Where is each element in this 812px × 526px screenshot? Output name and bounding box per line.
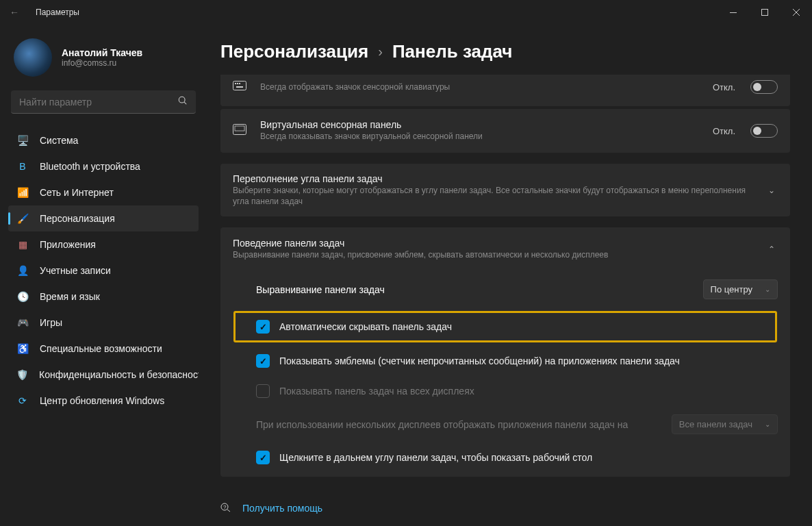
minimize-button[interactable]: [718, 0, 749, 25]
row-touchpad[interactable]: Виртуальная сенсорная панель Всегда пока…: [220, 109, 790, 153]
option-label: Показывать эмблемы (счетчик непрочитанны…: [279, 355, 680, 366]
nav-item-8[interactable]: ♿Специальные возможности: [8, 336, 199, 362]
option-label: Автоматически скрывать панель задач: [279, 321, 452, 332]
search-box[interactable]: [11, 90, 196, 114]
sidebar: Анатолий Ткачев info@comss.ru 🖥️СистемаB…: [0, 25, 207, 526]
user-block[interactable]: Анатолий Ткачев info@comss.ru: [8, 30, 199, 90]
window-title: Параметры: [36, 8, 79, 17]
nav-icon: 🖌️: [16, 212, 29, 225]
row-sub: Выберите значки, которые могут отображат…: [233, 186, 753, 207]
svg-point-2: [179, 97, 185, 103]
nav-icon: ⟳: [16, 394, 29, 407]
option-label: Выравнивание панели задач: [256, 284, 694, 295]
breadcrumb-current: Панель задач: [392, 41, 513, 62]
option-label: Показывать панель задач на всех дисплеях: [279, 386, 474, 397]
dropdown-multi-display: Все панели задач ⌄: [672, 414, 778, 434]
nav-item-1[interactable]: BBluetooth и устройства: [8, 153, 199, 179]
nav-icon: 🛡️: [16, 368, 28, 381]
option-multi-display: При использовании нескольких дисплеев от…: [220, 406, 790, 442]
chevron-down-icon: ⌄: [765, 421, 770, 428]
option-autohide[interactable]: ✓ Автоматически скрывать панель задач: [234, 312, 776, 342]
option-corner-click[interactable]: ✓ Щелкните в дальнем углу панели задач, …: [220, 442, 790, 477]
svg-rect-5: [237, 83, 238, 84]
nav-icon: 👤: [16, 264, 29, 277]
keyboard-icon: [233, 81, 248, 93]
option-label: Щелкните в дальнем углу панели задач, чт…: [279, 452, 592, 463]
nav-label: Игры: [40, 317, 62, 328]
back-button[interactable]: ←: [10, 7, 23, 18]
toggle-touchpad[interactable]: [750, 124, 778, 138]
card-overflow: Переполнение угла панели задач Выберите …: [220, 164, 790, 216]
svg-rect-0: [730, 12, 737, 13]
toggle-touch-keyboard[interactable]: [750, 80, 778, 94]
nav-item-3[interactable]: 🖌️Персонализация: [8, 205, 199, 231]
close-button[interactable]: [781, 0, 812, 25]
titlebar: ← Параметры: [0, 0, 812, 25]
toggle-state: Откл.: [713, 126, 735, 136]
checkbox-all-displays: [256, 384, 270, 398]
svg-rect-4: [235, 83, 236, 84]
window-controls: [718, 0, 812, 25]
search-icon: [178, 96, 188, 108]
row-behavior[interactable]: Поведение панели задач Выравнивание пане…: [220, 227, 790, 271]
nav-item-10[interactable]: ⟳Центр обновления Windows: [8, 388, 199, 414]
svg-rect-3: [233, 82, 246, 90]
chevron-down-icon: ⌄: [765, 286, 770, 293]
nav-label: Время и язык: [40, 291, 100, 302]
option-badges[interactable]: ✓ Показывать эмблемы (счетчик непрочитан…: [220, 346, 790, 376]
search-input[interactable]: [19, 97, 178, 108]
nav-label: Bluetooth и устройства: [40, 161, 140, 172]
checkbox-corner-click[interactable]: ✓: [256, 451, 270, 464]
user-name: Анатолий Ткачев: [62, 47, 142, 58]
card-behavior: Поведение панели задач Выравнивание пане…: [220, 227, 790, 477]
nav-icon: ♿: [16, 342, 29, 355]
nav-item-4[interactable]: ▦Приложения: [8, 231, 199, 258]
content: Персонализация › Панель задач Всегда ото…: [207, 25, 812, 526]
nav-item-7[interactable]: 🎮Игры: [8, 310, 199, 336]
help-links: ? Получить помощь Отправить отзыв: [220, 496, 790, 526]
nav-item-2[interactable]: 📶Сеть и Интернет: [8, 179, 199, 205]
nav-item-0[interactable]: 🖥️Система: [8, 127, 199, 153]
nav-label: Конфиденциальность и безопасность: [39, 369, 199, 380]
row-title: Поведение панели задач: [233, 238, 753, 249]
row-title: Переполнение угла панели задач: [233, 173, 753, 184]
nav-label: Приложения: [40, 239, 96, 250]
nav-item-5[interactable]: 👤Учетные записи: [8, 258, 199, 284]
get-help-text[interactable]: Получить помощь: [242, 503, 322, 514]
breadcrumb-parent[interactable]: Персонализация: [220, 41, 368, 62]
nav-icon: 🕓: [16, 290, 29, 303]
nav-icon: 🎮: [16, 316, 29, 329]
row-sub: Выравнивание панели задач, присвоение эм…: [233, 250, 753, 261]
nav-label: Система: [40, 135, 78, 146]
row-touch-keyboard[interactable]: Всегда отображать значок сенсорной клави…: [220, 75, 790, 106]
checkbox-autohide[interactable]: ✓: [256, 320, 270, 334]
user-email: info@comss.ru: [62, 58, 142, 68]
nav-icon: 📶: [16, 186, 29, 199]
row-overflow[interactable]: Переполнение угла панели задач Выберите …: [220, 164, 790, 216]
maximize-button[interactable]: [749, 0, 781, 25]
dropdown-value: Все панели задач: [679, 419, 752, 429]
chevron-down-icon: ⌄: [765, 186, 778, 195]
nav-icon: B: [16, 160, 29, 173]
avatar: [14, 38, 52, 77]
checkbox-badges[interactable]: ✓: [256, 354, 270, 368]
feedback-link: Отправить отзыв: [220, 520, 790, 526]
option-alignment: Выравнивание панели задач По центру ⌄: [220, 271, 790, 308]
help-icon: ?: [220, 501, 233, 514]
svg-rect-7: [236, 86, 243, 88]
option-all-displays: Показывать панель задач на всех дисплеях: [220, 376, 790, 406]
nav-label: Специальные возможности: [40, 343, 162, 354]
nav-item-9[interactable]: 🛡️Конфиденциальность и безопасность: [8, 362, 199, 388]
dropdown-alignment[interactable]: По центру ⌄: [703, 279, 778, 299]
card-touchpad: Виртуальная сенсорная панель Всегда пока…: [220, 109, 790, 153]
option-label: При использовании нескольких дисплеев от…: [256, 419, 662, 430]
touchpad-icon: [233, 124, 248, 138]
nav-label: Учетные записи: [40, 265, 111, 276]
chevron-right-icon: ›: [378, 44, 383, 60]
nav-item-6[interactable]: 🕓Время и язык: [8, 284, 199, 310]
nav-icon: 🖥️: [16, 134, 29, 147]
dropdown-value: По центру: [711, 284, 752, 295]
svg-rect-1: [762, 10, 768, 16]
nav-label: Персонализация: [40, 213, 115, 224]
svg-rect-9: [235, 126, 244, 131]
